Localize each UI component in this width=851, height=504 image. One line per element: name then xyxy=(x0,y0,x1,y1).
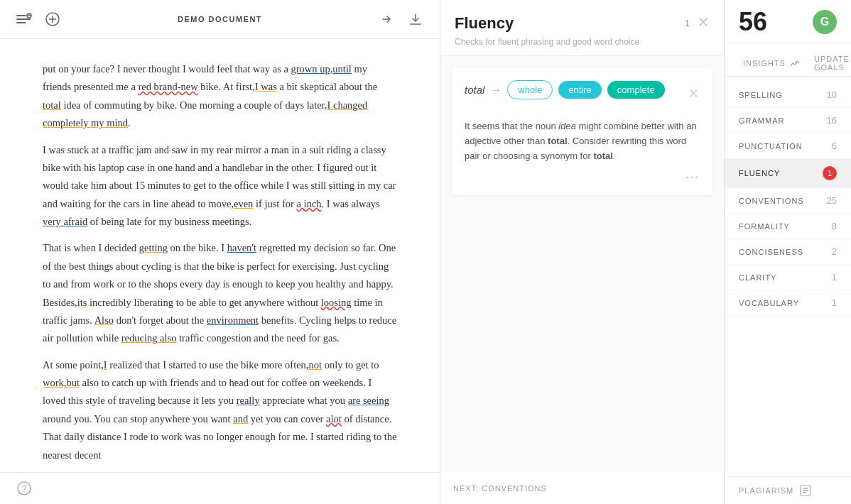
fluency-header: Fluency 1 Checks for fluent phrasing and… xyxy=(440,0,724,56)
score-label-spelling: SPELLING xyxy=(739,91,783,99)
chip-entire[interactable]: entire xyxy=(558,81,602,99)
word-really: really xyxy=(237,395,260,406)
score-list: SPELLING 10 GRAMMAR 16 PUNCTUATION 6 FLU… xyxy=(725,77,851,322)
share-icon[interactable] xyxy=(377,9,397,29)
editor-panel: DEMO DOCUMENT put on your face? I never … xyxy=(0,0,440,504)
score-label-grammar: GRAMMAR xyxy=(739,116,784,125)
word-environment: environment xyxy=(207,314,259,326)
insights-icon xyxy=(790,58,800,68)
paragraph-3: That is when I decided getting on the bi… xyxy=(43,239,397,347)
nav-insights-label: INSIGHTS xyxy=(743,59,786,67)
svg-rect-1 xyxy=(16,18,31,20)
fluency-count: 1 xyxy=(685,18,690,28)
suggestion-card-header: total → whole entire complete xyxy=(465,80,700,109)
svg-rect-15 xyxy=(803,492,806,493)
nav-insights[interactable]: INSIGHTS xyxy=(736,50,807,76)
paragraph-1: put on your face? I never thought I woul… xyxy=(43,60,397,133)
word-very-afraid: very afraid xyxy=(43,216,87,227)
svg-rect-13 xyxy=(803,488,808,489)
fluency-delete-button[interactable] xyxy=(697,16,710,32)
suggestion-word-row: total → whole entire complete xyxy=(465,80,665,99)
svg-text:?: ? xyxy=(21,483,26,494)
user-avatar: G xyxy=(813,10,837,34)
score-value-clarity: 1 xyxy=(832,272,837,283)
score-row-grammar[interactable]: GRAMMAR 16 xyxy=(725,108,851,133)
suggestion-more-icon[interactable]: ··· xyxy=(465,170,700,185)
word-and: and xyxy=(233,413,248,424)
arrow-icon: → xyxy=(490,84,502,97)
word-i-changed: I changed xyxy=(327,99,368,111)
score-label-vocabulary: VOCABULARY xyxy=(739,299,799,307)
score-label-conventions: CONVENTIONS xyxy=(739,197,804,205)
score-value-punctuation: 6 xyxy=(832,141,837,151)
word-grown-up: grown up xyxy=(291,63,330,75)
back-button[interactable] xyxy=(14,9,34,29)
paragraph-4: At some point,I realized that I started … xyxy=(43,356,397,464)
word-alot: alot xyxy=(326,413,342,424)
word-getting: getting xyxy=(139,242,168,253)
svg-rect-14 xyxy=(803,490,808,491)
editor-toolbar: DEMO DOCUMENT xyxy=(0,0,440,39)
scores-header: 56 G xyxy=(725,0,851,43)
score-row-punctuation[interactable]: PUNCTUATION 6 xyxy=(725,133,851,159)
next-label: NEXT: CONVENTIONS xyxy=(453,484,547,493)
help-icon[interactable]: ? xyxy=(14,478,34,498)
chip-complete[interactable]: complete xyxy=(607,81,665,99)
score-value-formality: 8 xyxy=(832,221,837,231)
score-label-clarity: CLARITY xyxy=(739,273,776,282)
scores-footer: PLAGIARISM xyxy=(725,476,851,504)
add-button[interactable] xyxy=(43,9,63,29)
score-value-spelling: 10 xyxy=(827,89,837,100)
score-row-vocabulary[interactable]: VOCABULARY 1 xyxy=(725,290,851,316)
word-not: not xyxy=(309,359,322,371)
word-also: Also xyxy=(94,314,114,326)
score-value-conciseness: 2 xyxy=(832,246,837,257)
explanation-bold-1: total xyxy=(548,136,567,146)
panel-footer: NEXT: CONVENTIONS xyxy=(440,471,724,504)
fluency-badge-count: 1 xyxy=(823,166,837,180)
overall-score: 56 xyxy=(739,7,767,37)
suggestion-explanation: It seems that the noun idea might combin… xyxy=(465,119,700,163)
chip-whole[interactable]: whole xyxy=(507,80,553,99)
fluency-description: Checks for fluent phrasing and good word… xyxy=(455,37,710,47)
scores-nav: INSIGHTS UPDATE GOALS xyxy=(725,43,851,77)
toolbar-right xyxy=(377,9,426,29)
suggestion-original-word: total xyxy=(465,84,484,96)
score-row-conventions[interactable]: CONVENTIONS 25 xyxy=(725,188,851,214)
document-title: DEMO DOCUMENT xyxy=(178,15,262,23)
editor-content: put on your face? I never thought I woul… xyxy=(0,39,440,472)
svg-rect-0 xyxy=(16,15,26,16)
suggestion-card: total → whole entire complete It seems t… xyxy=(452,67,712,195)
score-row-formality[interactable]: FORMALITY 8 xyxy=(725,214,851,239)
explanation-italic: idea xyxy=(558,121,576,131)
word-total: total xyxy=(43,99,61,111)
explanation-bold-2: total xyxy=(593,150,612,161)
scores-spacer xyxy=(725,322,851,476)
plagiarism-icon xyxy=(799,484,812,497)
score-row-clarity[interactable]: CLARITY 1 xyxy=(725,265,851,290)
score-label-conciseness: CONCISENESS xyxy=(739,248,803,256)
score-value-vocabulary: 1 xyxy=(832,297,837,308)
word-are-seeing: are seeing xyxy=(348,395,389,406)
word-work-but: work,but xyxy=(43,377,80,388)
score-value-conventions: 25 xyxy=(827,195,837,206)
score-row-spelling[interactable]: SPELLING 10 xyxy=(725,82,851,108)
suggestion-spacer xyxy=(440,207,724,471)
score-value-grammar: 16 xyxy=(827,115,837,126)
word-until: until xyxy=(332,63,352,75)
word-red-brand: red brand-new xyxy=(138,81,197,92)
score-row-fluency[interactable]: FLUENCY 1 xyxy=(725,159,851,188)
nav-update-goals[interactable]: UPDATE GOALS xyxy=(807,50,851,76)
score-row-conciseness[interactable]: CONCISENESS 2 xyxy=(725,239,851,265)
suggestion-delete-button[interactable] xyxy=(688,88,700,102)
word-loosing: loosing xyxy=(321,297,352,308)
scores-panel: 56 G INSIGHTS UPDATE GOALS SPELLING 10 G… xyxy=(725,0,851,504)
fluency-title-row: Fluency 1 xyxy=(455,14,710,33)
suggestion-panel: Fluency 1 Checks for fluent phrasing and… xyxy=(440,0,725,504)
download-icon[interactable] xyxy=(406,9,426,29)
word-even: even xyxy=(234,198,253,209)
score-label-punctuation: PUNCTUATION xyxy=(739,142,803,150)
word-havent: haven't xyxy=(227,242,256,253)
plagiarism-label: PLAGIARISM xyxy=(739,486,793,495)
word-its: its xyxy=(77,297,87,308)
